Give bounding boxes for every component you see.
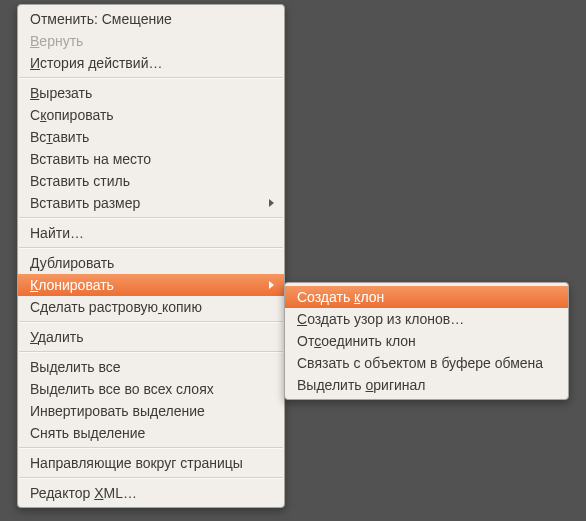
menu-item-label: Найти… [30,225,274,241]
menu-item-guides[interactable]: Направляющие вокруг страницы [18,452,284,474]
menu-item-label: Связать с объектом в буфере обмена [297,355,558,371]
menu-item-select-all[interactable]: Выделить все [18,356,284,378]
clone-submenu: Создать клонСоздать узор из клонов…Отсое… [284,282,569,400]
menu-item-label: Отменить: Смещение [30,11,274,27]
menu-item-unlink-clone[interactable]: Отсоединить клон [285,330,568,352]
menu-item-label: Выделить все [30,359,274,375]
menu-item-duplicate[interactable]: Дублировать [18,252,284,274]
menu-item-clone[interactable]: Клонировать [18,274,284,296]
menu-item-label: Снять выделение [30,425,274,441]
menu-item-label: Скопировать [30,107,274,123]
menu-item-history[interactable]: История действий… [18,52,284,74]
menu-item-label: Выделить все во всех слоях [30,381,274,397]
menu-item-label: Вставить стиль [30,173,274,189]
menu-item-bitmap-copy[interactable]: Сделать растровую копию [18,296,284,318]
menu-item-label: Направляющие вокруг страницы [30,455,274,471]
menu-item-label: Создать узор из клонов… [297,311,558,327]
menu-item-xml[interactable]: Редактор XML… [18,482,284,504]
menu-item-paste-in-place[interactable]: Вставить на место [18,148,284,170]
menu-separator [19,217,283,219]
menu-item-deselect[interactable]: Снять выделение [18,422,284,444]
menu-item-paste-size[interactable]: Вставить размер [18,192,284,214]
menu-separator [19,351,283,353]
menu-item-label: Вырезать [30,85,274,101]
menu-item-label: Удалить [30,329,274,345]
menu-item-label: Вставить [30,129,274,145]
menu-item-paste-style[interactable]: Вставить стиль [18,170,284,192]
menu-separator [19,447,283,449]
menu-item-label: Сделать растровую копию [30,299,274,315]
menu-item-invert-selection[interactable]: Инвертировать выделение [18,400,284,422]
menu-item-copy[interactable]: Скопировать [18,104,284,126]
menu-separator [19,77,283,79]
menu-item-label: Клонировать [30,277,261,293]
menu-item-paste[interactable]: Вставить [18,126,284,148]
menu-item-select-original[interactable]: Выделить оригинал [285,374,568,396]
menu-item-undo[interactable]: Отменить: Смещение [18,8,284,30]
menu-separator [19,247,283,249]
menu-separator [19,477,283,479]
menu-item-select-all-layers[interactable]: Выделить все во всех слоях [18,378,284,400]
menu-item-label: История действий… [30,55,274,71]
menu-separator [19,321,283,323]
menu-item-delete[interactable]: Удалить [18,326,284,348]
menu-item-label: Вернуть [30,33,274,49]
menu-item-tile-clones[interactable]: Создать узор из клонов… [285,308,568,330]
menu-item-label: Дублировать [30,255,274,271]
menu-item-label: Вставить размер [30,195,261,211]
menu-item-label: Вставить на место [30,151,274,167]
menu-item-find[interactable]: Найти… [18,222,284,244]
menu-item-label: Отсоединить клон [297,333,558,349]
menu-item-label: Выделить оригинал [297,377,558,393]
menu-item-label: Редактор XML… [30,485,274,501]
menu-item-create-clone[interactable]: Создать клон [285,286,568,308]
submenu-arrow-icon [269,281,274,289]
menu-item-label: Инвертировать выделение [30,403,274,419]
menu-item-link-clipboard[interactable]: Связать с объектом в буфере обмена [285,352,568,374]
menu-item-redo: Вернуть [18,30,284,52]
menu-item-label: Создать клон [297,289,558,305]
submenu-arrow-icon [269,199,274,207]
edit-context-menu: Отменить: СмещениеВернутьИстория действи… [17,4,285,508]
menu-item-cut[interactable]: Вырезать [18,82,284,104]
